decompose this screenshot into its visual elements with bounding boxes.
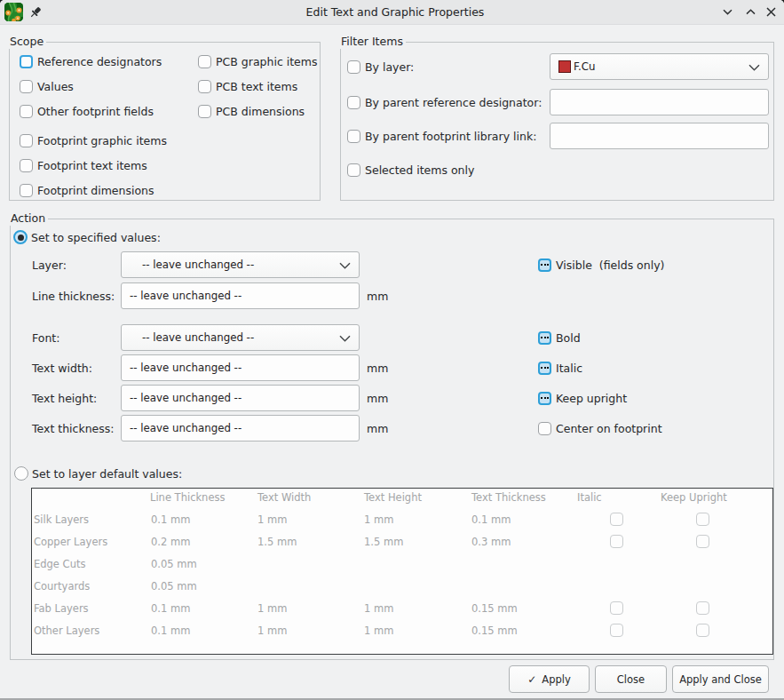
window-close-button[interactable]	[761, 0, 780, 24]
filter-items-legend: Filter Items	[340, 35, 406, 49]
cell-line-thickness: 0.2 mm	[151, 534, 190, 550]
italic-checkbox[interactable]	[610, 601, 623, 615]
cell-text-height: 1.5 mm	[364, 534, 403, 550]
checkbox-by-layer[interactable]: By layer:	[347, 58, 414, 76]
checkbox-box	[198, 105, 211, 118]
italic-checkbox[interactable]	[610, 513, 623, 526]
cell-text-thickness: 0.1 mm	[471, 512, 511, 528]
keep-upright-checkbox[interactable]	[696, 535, 709, 548]
cell-text-width: 1 mm	[257, 512, 287, 528]
row-label: Copper Layers	[34, 534, 107, 550]
checkbox-box	[198, 55, 211, 68]
tri-state-checkbox-box	[538, 259, 551, 272]
checkbox-selected-items-only[interactable]: Selected items only	[347, 161, 474, 179]
cell-text-height: 1 mm	[364, 601, 393, 616]
chevron-down-icon	[339, 335, 351, 342]
checkbox-italic[interactable]: Italic	[538, 359, 582, 377]
checkbox-other-footprint-fields[interactable]: Other footprint fields	[20, 102, 154, 120]
checkbox-box	[198, 80, 211, 93]
checkbox-box	[20, 159, 33, 172]
column-header-text-thickness: Text Thickness	[471, 489, 546, 505]
chevron-down-icon	[723, 9, 733, 15]
column-header-italic: Italic	[577, 489, 602, 505]
line-thickness-unit: mm	[367, 287, 388, 305]
layer-color-swatch	[558, 60, 571, 73]
by-parent-reference-input[interactable]	[550, 89, 769, 115]
keep-upright-checkbox[interactable]	[696, 601, 709, 615]
column-header-text-height: Text Height	[364, 489, 422, 505]
text-thickness-unit: mm	[367, 419, 388, 437]
check-icon: ✓	[527, 674, 536, 685]
column-header-line-thickness: Line Thickness	[150, 489, 225, 505]
window-maximize-button[interactable]	[740, 0, 760, 24]
line-thickness-input[interactable]	[121, 282, 360, 309]
checkbox-center-on-footprint[interactable]: Center on footprint	[538, 419, 662, 437]
radio-circle	[14, 466, 28, 481]
cell-line-thickness: 0.1 mm	[151, 512, 190, 528]
checkbox-box	[20, 184, 33, 197]
close-button[interactable]: Close	[595, 665, 667, 693]
checkbox-pcb-dimensions[interactable]: PCB dimensions	[198, 102, 305, 120]
text-width-input[interactable]	[121, 354, 360, 381]
line-thickness-label: Line thickness:	[32, 287, 115, 305]
by-layer-select[interactable]: F.Cu	[550, 53, 769, 80]
checkbox-box	[20, 80, 33, 93]
edit-text-graphic-properties-dialog: Edit Text and Graphic Properties Scope R…	[0, 0, 784, 700]
checkbox-keep-upright[interactable]: Keep upright	[538, 389, 627, 407]
checkbox-box	[347, 130, 360, 143]
checkbox-box	[347, 60, 360, 74]
cell-line-thickness: 0.1 mm	[151, 623, 190, 639]
checkbox-values[interactable]: Values	[20, 77, 74, 95]
keep-upright-checkbox[interactable]	[696, 513, 709, 526]
checkbox-pcb-graphic-items[interactable]: PCB graphic items	[198, 52, 317, 70]
layer-defaults-table	[31, 488, 773, 655]
checkbox-box	[347, 163, 360, 177]
checkbox-by-parent-library[interactable]: By parent footprint library link:	[347, 127, 536, 145]
window-shade-button[interactable]	[717, 0, 737, 24]
window-title: Edit Text and Graphic Properties	[0, 0, 784, 24]
text-height-unit: mm	[367, 389, 388, 407]
titlebar[interactable]: Edit Text and Graphic Properties	[0, 0, 784, 25]
checkbox-box	[347, 96, 360, 109]
cell-text-thickness: 0.15 mm	[471, 623, 518, 639]
checkbox-footprint-graphic-items[interactable]: Footprint graphic items	[20, 131, 167, 149]
text-height-input[interactable]	[121, 385, 360, 411]
column-header-text-width: Text Width	[257, 489, 311, 505]
text-width-unit: mm	[367, 359, 388, 377]
tri-state-checkbox-box	[538, 331, 551, 345]
checkbox-pcb-text-items[interactable]: PCB text items	[198, 77, 297, 95]
scope-legend: Scope	[9, 35, 46, 49]
text-height-label: Text height:	[32, 389, 97, 407]
font-select[interactable]: -- leave unchanged --	[121, 324, 360, 351]
cell-line-thickness: 0.05 mm	[151, 578, 197, 594]
cell-text-thickness: 0.3 mm	[471, 534, 511, 550]
italic-checkbox[interactable]	[610, 624, 623, 637]
checkbox-reference-designators[interactable]: Reference designators	[20, 52, 162, 70]
chevron-up-icon	[746, 9, 756, 15]
text-width-label: Text width:	[32, 359, 92, 377]
layer-select[interactable]: -- leave unchanged --	[121, 251, 360, 278]
checkbox-bold[interactable]: Bold	[538, 329, 581, 346]
text-thickness-input[interactable]	[121, 415, 360, 441]
keep-upright-checkbox[interactable]	[696, 624, 709, 637]
font-label: Font:	[32, 329, 59, 346]
checkbox-footprint-text-items[interactable]: Footprint text items	[20, 156, 147, 174]
cell-text-width: 1 mm	[257, 601, 287, 616]
checkbox-by-parent-reference[interactable]: By parent reference designator:	[347, 93, 542, 111]
radio-set-to-layer-defaults[interactable]: Set to layer default values:	[14, 465, 182, 482]
apply-and-close-button[interactable]: Apply and Close	[672, 665, 769, 693]
checkbox-visible[interactable]: Visible (fields only)	[538, 256, 664, 274]
italic-checkbox[interactable]	[610, 535, 623, 548]
row-label: Edge Cuts	[34, 556, 85, 572]
apply-button[interactable]: ✓ Apply	[509, 665, 590, 693]
by-parent-library-input[interactable]	[550, 123, 769, 149]
checkbox-footprint-dimensions[interactable]: Footprint dimensions	[20, 181, 154, 199]
cell-line-thickness: 0.1 mm	[151, 601, 190, 616]
row-label: Courtyards	[34, 578, 90, 594]
cell-text-thickness: 0.15 mm	[471, 601, 518, 616]
cell-text-width: 1 mm	[257, 623, 287, 639]
checkbox-box	[20, 55, 33, 68]
text-thickness-label: Text thickness:	[32, 419, 115, 437]
cell-text-width: 1.5 mm	[257, 534, 297, 550]
radio-set-to-specified-values[interactable]: Set to specified values:	[13, 228, 161, 246]
